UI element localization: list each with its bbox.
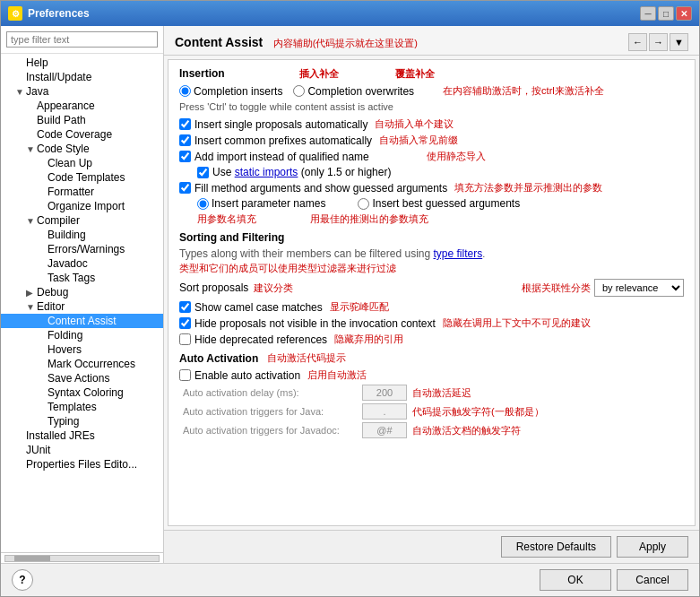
- sidebar-item-formatter[interactable]: Formatter: [1, 185, 163, 199]
- sidebar-item-help[interactable]: Help: [1, 56, 163, 70]
- cb-enable-auto-cn: 启用自动激活: [307, 368, 367, 382]
- cb-fill-method-check[interactable]: [179, 182, 191, 194]
- sidebar-item-debug[interactable]: ▶ Debug: [1, 285, 163, 299]
- sidebar-item-templates[interactable]: Templates: [1, 400, 163, 414]
- sidebar-item-label: Save Actions: [48, 372, 109, 385]
- sidebar-item-junit[interactable]: JUnit: [1, 443, 163, 457]
- nav-dropdown-button[interactable]: ▼: [670, 33, 688, 51]
- sidebar-item-build-path[interactable]: Build Path: [1, 113, 163, 127]
- ok-button[interactable]: OK: [540, 569, 611, 591]
- static-imports-link[interactable]: static imports: [235, 166, 298, 178]
- sort-select[interactable]: by relevance: [594, 279, 684, 297]
- sidebar-item-hovers[interactable]: Hovers: [1, 342, 163, 357]
- horizontal-scrollbar[interactable]: [1, 552, 163, 563]
- right-panel: Content Assist 内容辅助(代码提示就在这里设置) ← → ▼ In…: [164, 26, 699, 563]
- dialog-bottom: ? OK Cancel: [1, 563, 699, 596]
- cb-common-prefixes-check[interactable]: [179, 134, 191, 146]
- maximize-button[interactable]: □: [658, 6, 674, 21]
- cb-camel-case: Show camel case matches 显示驼峰匹配: [179, 300, 684, 314]
- sidebar-item-content-assist[interactable]: Content Assist: [1, 314, 163, 328]
- window-title: Preferences: [28, 7, 90, 20]
- cb-static-imports-check[interactable]: [197, 167, 209, 178]
- cb-single-proposals-check[interactable]: [179, 118, 191, 130]
- main-content: Help Install/Update ▼ Java Appearance: [1, 26, 699, 563]
- insert-param-names-radio[interactable]: [197, 198, 209, 210]
- back-button[interactable]: ←: [628, 33, 647, 51]
- sidebar-item-label: Install/Update: [26, 71, 91, 83]
- sidebar-item-errors-warnings[interactable]: Errors/Warnings: [1, 242, 163, 256]
- scroll-track: [4, 555, 160, 562]
- sidebar-item-task-tags[interactable]: Task Tags: [1, 271, 163, 285]
- sidebar-item-installed-jres[interactable]: Installed JREs: [1, 428, 163, 443]
- close-button[interactable]: ✕: [676, 6, 692, 21]
- auto-activation-header: Auto Activation 自动激活代码提示: [179, 351, 684, 365]
- minimize-button[interactable]: ─: [640, 6, 656, 21]
- apply-button[interactable]: Apply: [617, 536, 688, 558]
- sidebar-item-folding[interactable]: Folding: [1, 328, 163, 342]
- type-filters-link[interactable]: type filters: [433, 247, 482, 260]
- sidebar-item-label: JUnit: [26, 444, 50, 456]
- sidebar-item-label: Properties Files Edito...: [26, 458, 137, 471]
- restore-defaults-button[interactable]: Restore Defaults: [501, 536, 611, 558]
- sort-dropdown: by relevance: [594, 279, 684, 297]
- sidebar-item-label: Compiler: [37, 214, 80, 227]
- filter-input[interactable]: [6, 31, 158, 48]
- expand-icon: ▼: [26, 144, 35, 154]
- sorting-section-title: Sorting and Filtering: [179, 231, 684, 244]
- sidebar-item-syntax-coloring[interactable]: Syntax Coloring: [1, 385, 163, 400]
- completion-inserts-radio[interactable]: [179, 85, 191, 97]
- help-button[interactable]: ?: [12, 569, 33, 591]
- sidebar-item-code-templates[interactable]: Code Templates: [1, 170, 163, 185]
- completion-overwrites-radio[interactable]: [293, 85, 305, 97]
- cb-hide-invocation-check[interactable]: [179, 317, 191, 329]
- cancel-button[interactable]: Cancel: [617, 569, 688, 591]
- cb-add-import-check[interactable]: [179, 151, 191, 162]
- cb-single-proposals: Insert single proposals automatically 自动…: [179, 117, 684, 131]
- cb-add-import-cn: 使用静态导入: [427, 150, 486, 163]
- sidebar-item-typing[interactable]: Typing: [1, 414, 163, 428]
- sidebar-item-organize-import[interactable]: Organize Import: [1, 199, 163, 213]
- cb-enable-auto-label: Enable auto activation: [194, 369, 300, 382]
- sidebar-item-label: Build Path: [37, 114, 86, 126]
- sidebar-item-editor[interactable]: ▼ Editor: [1, 299, 163, 314]
- sidebar-item-code-coverage[interactable]: Code Coverage: [1, 127, 163, 142]
- sidebar-item-code-style[interactable]: ▼ Code Style: [1, 142, 163, 156]
- javadoc-trigger-input[interactable]: [362, 422, 407, 438]
- sidebar-item-building[interactable]: Building: [1, 228, 163, 242]
- param-cn-row: 用参数名填充 用最佳的推测出的参数填充: [179, 212, 684, 226]
- sidebar-item-appearance[interactable]: Appearance: [1, 99, 163, 113]
- sort-proposals-label: Sort proposals: [179, 281, 248, 294]
- cb-fill-method-cn: 填充方法参数并显示推测出的参数: [454, 181, 602, 195]
- cb-static-imports: Use static imports (only 1.5 or higher): [179, 166, 684, 178]
- title-bar-left: ⚙ Preferences: [8, 6, 90, 21]
- sidebar-item-label: Hovers: [48, 343, 82, 356]
- forward-button[interactable]: →: [649, 33, 668, 51]
- type-filters-hint: Types along with their members can be fi…: [179, 247, 684, 260]
- cb-add-import: Add import instead of qualified name 使用静…: [179, 150, 684, 163]
- sidebar-item-java[interactable]: ▼ Java: [1, 84, 163, 99]
- java-trigger-input[interactable]: [362, 403, 407, 420]
- sidebar-item-properties-files-editor[interactable]: Properties Files Edito...: [1, 457, 163, 472]
- sidebar-item-label: Organize Import: [48, 200, 125, 212]
- activation-delay-input[interactable]: [362, 385, 407, 401]
- sidebar-item-label: Mark Occurrences: [48, 358, 135, 370]
- header-nav-buttons: ← → ▼: [628, 33, 688, 51]
- activation-delay-cn: 自动激活延迟: [412, 386, 471, 400]
- cb-hide-deprecated-check[interactable]: [179, 333, 191, 345]
- sidebar-item-label: Code Templates: [48, 171, 125, 184]
- insert-best-guessed-radio[interactable]: [358, 198, 369, 210]
- cb-enable-auto-check[interactable]: [179, 369, 191, 381]
- javadoc-trigger-row: Auto activation triggers for Javadoc: 自动…: [179, 422, 684, 438]
- scroll-thumb[interactable]: [14, 556, 50, 561]
- sidebar-item-mark-occurrences[interactable]: Mark Occurrences: [1, 357, 163, 371]
- sidebar-item-label: Help: [26, 56, 48, 69]
- sidebar-item-clean-up[interactable]: Clean Up: [1, 156, 163, 170]
- sidebar-item-install-update[interactable]: Install/Update: [1, 70, 163, 84]
- sidebar-item-save-actions[interactable]: Save Actions: [1, 371, 163, 385]
- cb-camel-case-check[interactable]: [179, 301, 191, 313]
- app-icon: ⚙: [8, 6, 22, 21]
- sidebar-item-javadoc[interactable]: Javadoc: [1, 256, 163, 271]
- completion-radio-group: Completion inserts Completion overwrites…: [179, 84, 684, 98]
- sidebar-item-label: Folding: [48, 329, 82, 342]
- sidebar-item-compiler[interactable]: ▼ Compiler: [1, 213, 163, 228]
